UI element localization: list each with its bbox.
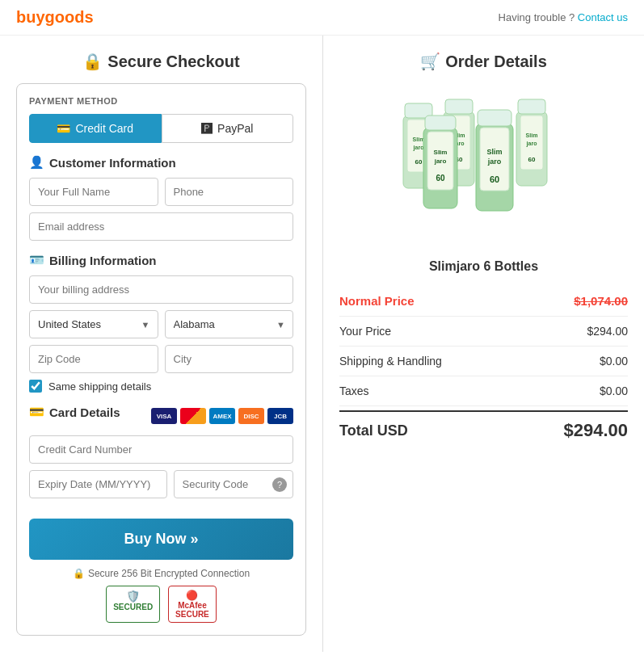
- help-text: Having trouble ? Contact us: [499, 11, 628, 23]
- svg-text:Slim: Slim: [412, 137, 424, 142]
- same-shipping-checkbox[interactable]: [29, 380, 42, 393]
- svg-text:60: 60: [415, 158, 422, 166]
- shield-icon: 🔒: [73, 568, 85, 579]
- svg-text:Slim: Slim: [486, 148, 502, 156]
- buy-now-button[interactable]: Buy Now »: [29, 519, 293, 560]
- payment-method-label: PAYMENT METHOD: [29, 96, 293, 106]
- card-details-header: 💳 Card Details VISA AMEX DISC JCB: [29, 405, 293, 427]
- person-icon: 👤: [29, 155, 44, 170]
- svg-text:60: 60: [528, 156, 535, 163]
- billing-info-title: 🪪 Billing Information: [29, 253, 293, 267]
- name-phone-row: [29, 178, 293, 206]
- card-details-section: 💳 Card Details VISA AMEX DISC JCB: [29, 405, 293, 498]
- full-name-input[interactable]: [29, 178, 158, 206]
- card-icons: VISA AMEX DISC JCB: [151, 408, 293, 424]
- svg-text:jaro: jaro: [486, 158, 501, 166]
- svg-text:Slim: Slim: [433, 149, 447, 156]
- discover-icon: DISC: [238, 408, 264, 424]
- billing-address-input[interactable]: [29, 275, 293, 304]
- right-panel: 🛒 Order Details Slim jaro 60: [323, 36, 644, 652]
- card-icon: 💳: [29, 405, 44, 419]
- svg-rect-7: [445, 99, 473, 114]
- paypal-icon: 🅿: [201, 122, 213, 135]
- state-wrapper: Alabama ▼: [165, 310, 294, 338]
- same-shipping-label: Same shipping details: [48, 380, 151, 393]
- phone-input[interactable]: [165, 178, 294, 206]
- secure-note: 🔒 Secure 256 Bit Encrypted Connection: [29, 568, 293, 579]
- svg-text:jaro: jaro: [525, 141, 537, 147]
- shipping-label: Shipping & Handling: [339, 355, 442, 368]
- customer-info-title: 👤 Customer Information: [29, 155, 293, 170]
- top-bar: buygoods Having trouble ? Contact us: [0, 0, 644, 36]
- secured-badge: 🛡️ SECURED: [106, 586, 160, 623]
- logo-text: buygoods: [16, 8, 94, 26]
- taxes-label: Taxes: [339, 384, 369, 397]
- country-wrapper: United States ▼: [29, 310, 158, 338]
- svg-text:jaro: jaro: [433, 158, 446, 165]
- your-price-label: Your Price: [339, 325, 391, 338]
- billing-info-section: 🪪 Billing Information United States ▼: [29, 253, 293, 393]
- your-price-value: $294.00: [587, 325, 628, 338]
- country-select[interactable]: United States: [29, 310, 158, 338]
- your-price-row: Your Price $294.00: [339, 317, 628, 347]
- jcb-icon: JCB: [267, 408, 293, 424]
- id-card-icon: 🪪: [29, 253, 44, 267]
- total-value: $294.00: [563, 420, 628, 441]
- security-help-icon[interactable]: ?: [272, 477, 287, 492]
- shipping-row: Shipping & Handling $0.00: [339, 347, 628, 376]
- trust-badges: 🛡️ SECURED 🔴 McAfee SECURE: [29, 586, 293, 623]
- zip-city-row: [29, 345, 293, 373]
- taxes-value: $0.00: [600, 384, 628, 397]
- state-select[interactable]: Alabama: [165, 310, 294, 338]
- payment-tabs: 💳 Credit Card 🅿 PayPal: [29, 114, 293, 143]
- card-number-input[interactable]: [29, 435, 293, 464]
- product-image: Slim jaro 60 Slim jaro 60 Slim: [379, 83, 589, 245]
- city-input[interactable]: [165, 345, 294, 373]
- order-title: 🛒 Order Details: [339, 52, 628, 71]
- visa-icon: VISA: [151, 408, 177, 424]
- mcafee-logo-icon: 🔴: [186, 590, 198, 601]
- zip-input[interactable]: [29, 345, 158, 373]
- address-row: [29, 275, 293, 304]
- country-state-row: United States ▼ Alabama ▼: [29, 310, 293, 338]
- paypal-tab[interactable]: 🅿 PayPal: [162, 114, 294, 143]
- payment-form-card: PAYMENT METHOD 💳 Credit Card 🅿 PayPal 👤 …: [16, 83, 306, 636]
- product-name: Slimjaro 6 Bottles: [339, 259, 628, 274]
- contact-link[interactable]: Contact us: [578, 11, 628, 23]
- checkout-title: 🔒 Secure Checkout: [16, 52, 306, 71]
- card-details-title: 💳 Card Details: [29, 405, 120, 419]
- credit-card-tab[interactable]: 💳 Credit Card: [29, 114, 162, 143]
- svg-rect-19: [425, 116, 456, 130]
- expiry-security-row: ?: [29, 470, 293, 498]
- security-code-wrapper: ?: [174, 470, 294, 498]
- normal-price-row: Normal Price $1,074.00: [339, 286, 628, 317]
- expiry-input[interactable]: [29, 470, 167, 498]
- svg-text:60: 60: [436, 174, 445, 183]
- svg-text:Slim: Slim: [525, 132, 537, 138]
- shipping-value: $0.00: [600, 355, 628, 368]
- svg-text:jaro: jaro: [412, 145, 423, 151]
- cart-icon: 🛒: [420, 52, 440, 71]
- same-shipping-row: Same shipping details: [29, 380, 293, 393]
- product-image-area: Slim jaro 60 Slim jaro 60 Slim: [339, 83, 628, 247]
- amex-icon: AMEX: [209, 408, 235, 424]
- normal-price-value: $1,074.00: [574, 294, 628, 308]
- svg-rect-25: [478, 110, 511, 126]
- normal-price-label: Normal Price: [339, 294, 415, 308]
- lock-icon: 🔒: [82, 52, 103, 71]
- mcafee-badge: 🔴 McAfee SECURE: [168, 586, 217, 623]
- total-label: Total USD: [339, 422, 408, 439]
- card-number-row: [29, 435, 293, 464]
- total-row: Total USD $294.00: [339, 410, 628, 449]
- customer-info-section: 👤 Customer Information: [29, 155, 293, 241]
- svg-rect-13: [518, 99, 545, 114]
- main-content: 🔒 Secure Checkout PAYMENT METHOD 💳 Credi…: [0, 36, 644, 652]
- secured-shield-icon: 🛡️: [126, 590, 140, 603]
- svg-text:60: 60: [489, 174, 499, 184]
- logo: buygoods: [16, 8, 94, 27]
- taxes-row: Taxes $0.00: [339, 376, 628, 406]
- email-input[interactable]: [29, 212, 293, 241]
- mastercard-icon: [180, 408, 206, 424]
- left-panel: 🔒 Secure Checkout PAYMENT METHOD 💳 Credi…: [0, 36, 323, 652]
- credit-card-icon: 💳: [57, 122, 70, 135]
